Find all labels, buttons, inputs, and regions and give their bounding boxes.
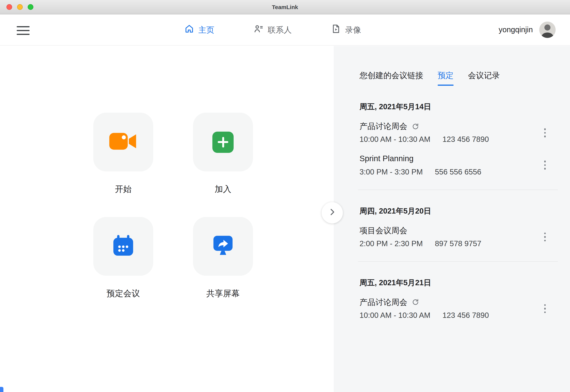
meeting-id: 556 556 6556	[435, 167, 481, 177]
meeting-time: 10:00 AM - 10:30 AM	[360, 311, 431, 320]
share-screen-icon	[212, 235, 234, 258]
schedule-meeting-button[interactable]	[93, 217, 153, 276]
meeting-time: 3:00 PM - 3:30 PM	[360, 167, 423, 177]
meeting-title-row: Sprint Planning	[360, 154, 528, 164]
join-meeting-button[interactable]	[193, 113, 253, 171]
group-date: 周五, 2021年5月14日	[360, 102, 555, 112]
join-label: 加入	[215, 183, 231, 195]
meetings-panel: 您创建的会议链接 预定 会议记录 周五, 2021年5月14日 产品讨论周会	[334, 46, 570, 392]
top-nav: 主页 联系人 录像 yongqinjin	[0, 14, 570, 45]
start-label: 开始	[115, 183, 132, 195]
divider	[358, 189, 558, 190]
home-icon	[184, 24, 194, 36]
meeting-title: 产品讨论周会	[360, 297, 407, 308]
meeting-title-row: 项目会议周会	[360, 225, 528, 236]
chevron-right-icon	[328, 208, 337, 218]
meeting-id: 123 456 7890	[443, 135, 489, 144]
meeting-title: Sprint Planning	[360, 154, 414, 164]
main-area: 开始 加入	[0, 46, 334, 392]
meeting-item: Sprint Planning 3:00 PM - 3:30 PM 556 55…	[360, 154, 555, 177]
meeting-title-row: 产品讨论周会	[360, 121, 528, 131]
meeting-details: 2:00 PM - 2:30 PM 897 578 9757	[360, 239, 528, 248]
quick-actions: 开始 加入	[93, 113, 253, 299]
close-window-button[interactable]	[6, 4, 12, 10]
meeting-id: 123 456 7890	[443, 311, 489, 320]
meeting-group: 周五, 2021年5月21日 产品讨论周会 10:00 AM - 10:30 A…	[360, 278, 555, 320]
minimize-window-button[interactable]	[17, 4, 23, 10]
meeting-group: 周五, 2021年5月14日 产品讨论周会 10:00 AM - 10:30 A…	[360, 102, 555, 177]
meeting-item: 产品讨论周会 10:00 AM - 10:30 AM 123 456 7890	[360, 121, 555, 144]
tab-contacts-label: 联系人	[268, 25, 292, 35]
meeting-title: 产品讨论周会	[360, 121, 407, 131]
corner-accent	[0, 387, 3, 392]
window-title: TeamLink	[272, 4, 298, 10]
tab-contacts[interactable]: 联系人	[254, 24, 292, 36]
meeting-options-button[interactable]	[542, 302, 548, 315]
meeting-options-button[interactable]	[542, 158, 548, 172]
content: 开始 加入	[0, 46, 570, 392]
window-controls	[6, 0, 33, 14]
tab-home[interactable]: 主页	[184, 24, 214, 36]
meeting-item: 产品讨论周会 10:00 AM - 10:30 AM 123 456 7890	[360, 297, 555, 320]
group-date: 周五, 2021年5月21日	[360, 278, 555, 288]
meeting-item: 项目会议周会 2:00 PM - 2:30 PM 897 578 9757	[360, 225, 555, 248]
panel-collapse-button[interactable]	[322, 202, 343, 224]
nav-tabs: 主页 联系人 录像	[184, 14, 361, 45]
tab-recordings[interactable]: 录像	[331, 24, 361, 36]
tab-scheduled[interactable]: 预定	[438, 70, 454, 86]
group-date: 周四, 2021年5月20日	[360, 206, 555, 216]
share-label: 共享屏幕	[206, 288, 240, 299]
recurring-icon	[412, 123, 419, 130]
maximize-window-button[interactable]	[28, 4, 33, 10]
start-meeting-button[interactable]	[93, 113, 153, 171]
tab-meeting-links[interactable]: 您创建的会议链接	[360, 70, 423, 86]
meeting-id: 897 578 9757	[435, 239, 481, 248]
contacts-icon	[254, 24, 264, 36]
tab-meeting-history[interactable]: 会议记录	[468, 70, 500, 86]
user-account[interactable]: yongqinjin	[499, 14, 556, 45]
panel-tabs: 您创建的会议链接 预定 会议记录	[360, 70, 555, 86]
join-plus-icon	[212, 131, 234, 153]
schedule-label: 预定会议	[107, 288, 140, 299]
schedule-calendar-icon	[111, 234, 135, 259]
quick-action-schedule: 预定会议	[93, 217, 153, 299]
app-window: TeamLink 主页 联系人 录像	[0, 0, 570, 392]
share-screen-button[interactable]	[193, 217, 253, 276]
quick-action-join: 加入	[193, 113, 253, 195]
username: yongqinjin	[499, 25, 533, 34]
meeting-details: 10:00 AM - 10:30 AM 123 456 7890	[360, 311, 528, 320]
meeting-group: 周四, 2021年5月20日 项目会议周会 2:00 PM - 2:30 PM …	[360, 206, 555, 248]
meeting-details: 10:00 AM - 10:30 AM 123 456 7890	[360, 135, 528, 144]
meeting-options-button[interactable]	[542, 126, 548, 140]
meeting-title: 项目会议周会	[360, 225, 407, 236]
start-camera-icon	[109, 131, 137, 153]
recordings-icon	[331, 24, 341, 36]
recurring-icon	[412, 299, 419, 306]
titlebar: TeamLink	[0, 0, 570, 14]
meeting-time: 10:00 AM - 10:30 AM	[360, 135, 431, 144]
meeting-title-row: 产品讨论周会	[360, 297, 528, 308]
quick-action-share: 共享屏幕	[193, 217, 253, 299]
meeting-time: 2:00 PM - 2:30 PM	[360, 239, 423, 248]
menu-button[interactable]	[17, 26, 29, 35]
divider	[358, 261, 558, 262]
meeting-options-button[interactable]	[542, 230, 548, 244]
avatar[interactable]	[539, 22, 556, 38]
meeting-details: 3:00 PM - 3:30 PM 556 556 6556	[360, 167, 528, 177]
tab-recordings-label: 录像	[345, 25, 361, 35]
quick-action-start: 开始	[93, 113, 153, 195]
tab-home-label: 主页	[198, 25, 214, 35]
